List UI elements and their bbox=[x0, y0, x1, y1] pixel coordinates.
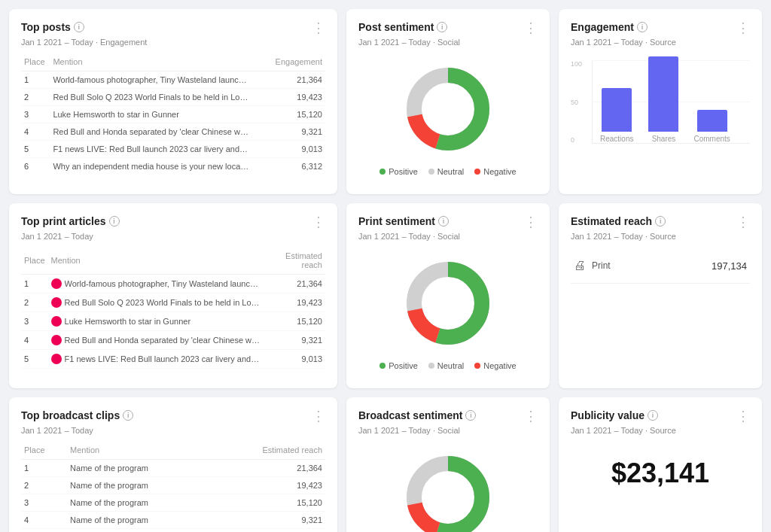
top-broadcast-title: Top broadcast clips i bbox=[21, 409, 133, 421]
post-sentiment-info-icon[interactable]: i bbox=[437, 22, 447, 32]
source-icon bbox=[51, 316, 62, 327]
table-row: 4 Name of the program 9,321 bbox=[21, 512, 325, 529]
row-mention: Red Bull and Honda separated by 'clear C… bbox=[48, 331, 264, 350]
row-mention: Name of the program bbox=[67, 460, 212, 477]
print-icon: 🖨 bbox=[574, 259, 586, 272]
publicity-value-info-icon[interactable]: i bbox=[648, 410, 658, 421]
bar-y-labels: 100 50 0 bbox=[571, 60, 582, 144]
estimated-reach-card: Estimated reach i ⋮ Jan 1 2021 – Today ·… bbox=[559, 203, 762, 388]
top-print-menu-icon[interactable]: ⋮ bbox=[312, 215, 325, 229]
row-value: 6,312 bbox=[264, 369, 325, 369]
top-print-subtitle: Jan 1 2021 – Today bbox=[21, 232, 325, 241]
top-posts-info-icon[interactable]: i bbox=[74, 22, 84, 32]
table-row: 2 Red Bull Solo Q 2023 World Finals to b… bbox=[21, 293, 325, 312]
table-row: 3 Luke Hemsworth to star in Gunner 15,12… bbox=[21, 106, 325, 123]
print-sentiment-info-icon[interactable]: i bbox=[438, 216, 449, 226]
row-value: 19,423 bbox=[268, 89, 325, 106]
top-print-info-icon[interactable]: i bbox=[109, 216, 120, 226]
row-place: 2 bbox=[21, 89, 50, 106]
row-place: 3 bbox=[21, 106, 50, 123]
bar-comments-label: Comments bbox=[693, 135, 730, 143]
table-row: 2 Red Bull Solo Q 2023 World Finals to b… bbox=[21, 89, 325, 106]
print-col-mention: Mention bbox=[48, 248, 264, 275]
source-icon bbox=[51, 354, 62, 364]
top-posts-table: Place Mention Engagement 1 World-famous … bbox=[21, 54, 325, 175]
legend-positive: Positive bbox=[379, 167, 418, 176]
top-print-scroll[interactable]: Place Mention Estimated reach 1 World-fa… bbox=[21, 248, 325, 369]
table-row: 1 Name of the program 21,364 bbox=[21, 460, 325, 477]
row-value: 15,120 bbox=[212, 494, 325, 512]
row-place: 4 bbox=[21, 331, 48, 350]
reach-label-print: 🖨 Print bbox=[574, 259, 611, 272]
y-label-50: 50 bbox=[571, 99, 582, 106]
row-value: 6,312 bbox=[268, 158, 325, 175]
estimated-reach-subtitle: Jan 1 2021 – Today · Source bbox=[571, 232, 750, 241]
row-place: 3 bbox=[21, 312, 48, 331]
estimated-reach-info-icon[interactable]: i bbox=[655, 216, 666, 226]
top-broadcast-menu-icon[interactable]: ⋮ bbox=[312, 409, 325, 423]
post-sentiment-donut: Positive Neutral Negative bbox=[358, 54, 538, 182]
print-col-reach: Estimated reach bbox=[264, 248, 325, 275]
post-sentiment-header: Post sentiment i ⋮ bbox=[358, 21, 538, 35]
row-mention: Why an independent media house is your n… bbox=[50, 158, 268, 175]
top-posts-card: Top posts i ⋮ Jan 1 2021 – Today · Engag… bbox=[9, 9, 337, 194]
table-row: 3 Luke Hemsworth to star in Gunner 15,12… bbox=[21, 312, 325, 331]
engagement-header: Engagement i ⋮ bbox=[571, 21, 750, 35]
row-mention: World-famous photographer, Tiny Wastelan… bbox=[48, 275, 264, 293]
dashboard-grid: Top posts i ⋮ Jan 1 2021 – Today · Engag… bbox=[9, 9, 762, 532]
engagement-subtitle: Jan 1 2021 – Today · Source bbox=[571, 38, 750, 47]
table-row: 4 Red Bull and Honda separated by 'clear… bbox=[21, 331, 325, 350]
broadcast-col-place: Place bbox=[21, 442, 67, 460]
print-sentiment-header: Print sentiment i ⋮ bbox=[358, 215, 538, 229]
row-mention: Red Bull Solo Q 2023 World Finals to be … bbox=[48, 293, 264, 312]
publicity-value-menu-icon[interactable]: ⋮ bbox=[736, 409, 750, 423]
bar-chart-area: Reactions Shares Comments bbox=[593, 60, 750, 143]
row-place: 4 bbox=[21, 123, 50, 141]
post-sentiment-title-text: Post sentiment bbox=[358, 21, 434, 33]
broadcast-sentiment-menu-icon[interactable]: ⋮ bbox=[524, 409, 538, 423]
print-sentiment-menu-icon[interactable]: ⋮ bbox=[524, 215, 538, 229]
row-place: 1 bbox=[21, 275, 48, 293]
top-broadcast-scroll[interactable]: Place Mention Estimated reach 1 Name of … bbox=[21, 442, 325, 532]
row-place: 5 bbox=[21, 350, 48, 369]
source-icon bbox=[51, 297, 62, 308]
top-posts-menu-icon[interactable]: ⋮ bbox=[312, 21, 325, 35]
row-mention: F1 news LIVE: Red Bull launch 2023 car l… bbox=[50, 141, 268, 158]
bar-comments-bar bbox=[697, 110, 727, 132]
estimated-reach-title-text: Estimated reach bbox=[571, 215, 652, 227]
print-sentiment-donut: Positive Neutral Negative bbox=[358, 248, 538, 376]
table-row: 6 Why an independent media house is your… bbox=[21, 369, 325, 369]
table-row: 5 Name of the program 9,013 bbox=[21, 529, 325, 533]
broadcast-sentiment-info-icon[interactable]: i bbox=[465, 410, 476, 421]
row-mention: Red Bull and Honda separated by 'clear C… bbox=[50, 123, 268, 141]
post-sentiment-title: Post sentiment i bbox=[358, 21, 447, 33]
col-place: Place bbox=[21, 54, 50, 71]
bar-reactions-label: Reactions bbox=[600, 135, 633, 143]
row-place: 3 bbox=[21, 494, 67, 512]
broadcast-sentiment-title-text: Broadcast sentiment bbox=[358, 409, 462, 421]
row-mention: F1 news LIVE: Red Bull launch 2023 car l… bbox=[48, 350, 264, 369]
print-sentiment-card: Print sentiment i ⋮ Jan 1 2021 – Today ·… bbox=[346, 203, 550, 388]
broadcast-sentiment-title: Broadcast sentiment i bbox=[358, 409, 476, 421]
top-print-title: Top print articles i bbox=[21, 215, 120, 227]
row-place: 4 bbox=[21, 512, 67, 529]
engagement-title-text: Engagement bbox=[571, 21, 634, 33]
row-place: 6 bbox=[21, 158, 50, 175]
table-row: 6 Why an independent media house is your… bbox=[21, 158, 325, 175]
post-sentiment-menu-icon[interactable]: ⋮ bbox=[524, 21, 538, 35]
engagement-info-icon[interactable]: i bbox=[637, 22, 648, 32]
top-broadcast-subtitle: Jan 1 2021 – Today bbox=[21, 426, 325, 435]
table-row: 4 Red Bull and Honda separated by 'clear… bbox=[21, 123, 325, 141]
top-broadcast-info-icon[interactable]: i bbox=[123, 410, 133, 421]
estimated-reach-title: Estimated reach i bbox=[571, 215, 666, 227]
estimated-reach-menu-icon[interactable]: ⋮ bbox=[736, 215, 750, 229]
top-posts-scroll[interactable]: Place Mention Engagement 1 World-famous … bbox=[21, 54, 325, 175]
bar-reactions-bar bbox=[602, 88, 632, 132]
row-place: 5 bbox=[21, 529, 67, 533]
row-value: 9,013 bbox=[268, 141, 325, 158]
row-value: 9,321 bbox=[264, 331, 325, 350]
engagement-menu-icon[interactable]: ⋮ bbox=[736, 21, 750, 35]
top-posts-subtitle: Jan 1 2021 – Today · Engagement bbox=[21, 38, 325, 47]
top-broadcast-title-text: Top broadcast clips bbox=[21, 409, 120, 421]
top-print-card: Top print articles i ⋮ Jan 1 2021 – Toda… bbox=[9, 203, 337, 388]
